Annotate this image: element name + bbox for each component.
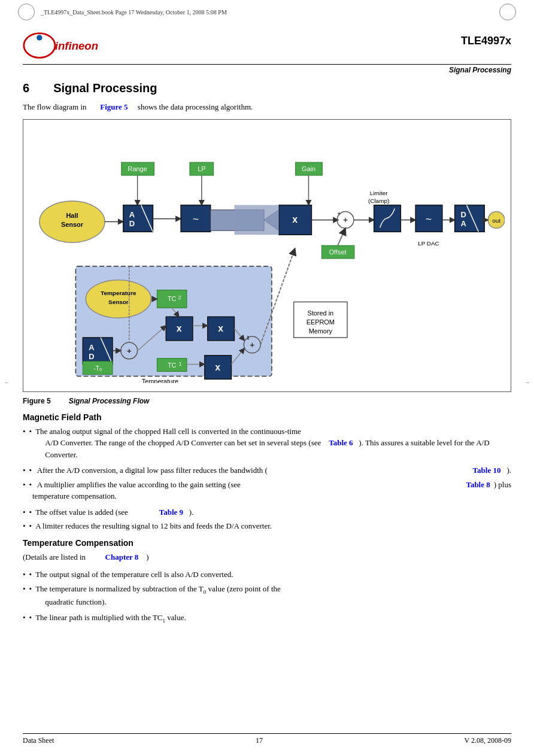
temp-comp-bullets: • The output signal of the temperature c… xyxy=(23,569,511,625)
chapter8-link[interactable]: Chapter 8 xyxy=(105,552,139,561)
svg-marker-92 xyxy=(234,205,278,235)
temp-comp-heading: Temperature Compensation xyxy=(23,538,511,548)
figure-caption: Figure 5 Signal Processing Flow xyxy=(23,397,511,405)
table10-link[interactable]: Table 10 xyxy=(473,464,501,476)
top-bar: _TLE4997x_Data_Sheet.book Page 17 Wednes… xyxy=(0,0,534,23)
signal-flow-diagram: Hall Sensor Range A D LP xyxy=(29,126,505,383)
svg-text:infineon: infineon xyxy=(55,40,98,52)
svg-text:1: 1 xyxy=(246,333,250,340)
bullet-3: • A multiplier amplifies the value accor… xyxy=(23,479,511,504)
svg-text:LP DAC: LP DAC xyxy=(418,240,439,247)
svg-text:x: x xyxy=(215,362,220,372)
svg-text:D: D xyxy=(129,219,135,228)
svg-text:TC: TC xyxy=(168,361,177,368)
svg-text:1: 1 xyxy=(179,360,182,366)
bullet-5: • A limiter reduces the resulting signal… xyxy=(23,520,511,532)
svg-text:x: x xyxy=(177,323,182,333)
page-header: infineon TLE4997x xyxy=(0,23,534,62)
tc-bullet-1: • The output signal of the temperature c… xyxy=(23,569,511,581)
svg-text:Offset: Offset xyxy=(329,248,347,256)
svg-text:Sensor: Sensor xyxy=(108,299,129,305)
svg-text:Gain: Gain xyxy=(302,165,315,172)
infineon-logo: infineon xyxy=(23,29,101,62)
section-title: 6 Signal Processing xyxy=(23,81,511,95)
svg-text:EEPROM: EEPROM xyxy=(307,318,335,326)
svg-text:Memory: Memory xyxy=(309,327,333,335)
table9-link[interactable]: Table 9 xyxy=(159,508,183,517)
top-bar-left: _TLE4997x_Data_Sheet.book Page 17 Wednes… xyxy=(18,4,227,20)
svg-line-33 xyxy=(338,228,345,245)
svg-text:(Clamp): (Clamp) xyxy=(368,197,389,204)
svg-text:~: ~ xyxy=(426,213,432,225)
diagram-container: Hall Sensor Range A D LP xyxy=(23,119,511,392)
svg-text:Hall: Hall xyxy=(66,212,78,219)
svg-text:+: + xyxy=(250,339,254,349)
svg-text:A: A xyxy=(461,219,466,228)
section-title-text: Signal Processing xyxy=(53,81,157,95)
footer-center: 17 xyxy=(256,736,263,745)
main-content: 6 Signal Processing The flow diagram in … xyxy=(0,78,534,625)
svg-text:+: + xyxy=(343,215,348,224)
svg-text:A: A xyxy=(89,342,94,351)
intro-paragraph: The flow diagram in Figure 5 shows the d… xyxy=(23,101,511,113)
svg-text:Limiter: Limiter xyxy=(370,189,388,196)
intro-text-before: The flow diagram in xyxy=(23,102,87,111)
svg-text:D: D xyxy=(89,351,94,360)
svg-text:out: out xyxy=(492,217,500,224)
svg-text:D: D xyxy=(461,210,466,219)
figure-label: Figure 5 xyxy=(23,397,51,405)
section-header-right: Signal Processing xyxy=(0,66,534,74)
figure-title: Signal Processing Flow xyxy=(69,397,150,405)
section-number: 6 xyxy=(23,81,29,95)
side-marker-right: – xyxy=(526,378,530,385)
bullet-prefix: • xyxy=(29,466,32,475)
bullet-marker: • xyxy=(29,426,32,438)
figure5-link[interactable]: Figure 5 xyxy=(100,102,128,111)
svg-text:A: A xyxy=(129,210,135,219)
logo-container: infineon xyxy=(23,29,101,62)
svg-rect-43 xyxy=(455,205,485,232)
svg-text:-T₀: -T₀ xyxy=(93,364,102,371)
top-circle-right xyxy=(499,4,516,20)
svg-text:~: ~ xyxy=(193,213,199,225)
bullet-2: • After the A/D conversion, a digital lo… xyxy=(23,464,511,476)
table8-link[interactable]: Table 8 xyxy=(466,479,490,491)
svg-text:+: + xyxy=(127,345,132,355)
svg-text:x: x xyxy=(218,323,223,333)
product-name: TLE4997x xyxy=(461,35,511,47)
bullet-4: • The offset value is added (see Table 9… xyxy=(23,506,511,518)
top-bar-filename: _TLE4997x_Data_Sheet.book Page 17 Wednes… xyxy=(41,9,227,16)
svg-text:+: + xyxy=(337,210,341,217)
header-divider xyxy=(23,64,511,65)
footer-right: V 2.08, 2008-09 xyxy=(465,736,511,745)
svg-point-1 xyxy=(37,35,42,40)
page-footer: Data Sheet 17 V 2.08, 2008-09 xyxy=(23,733,511,745)
magnetic-field-bullets: • The analog output signal of the choppe… xyxy=(23,426,511,532)
svg-text:Range: Range xyxy=(128,165,147,172)
intro-text-after: shows the data processing algorithm. xyxy=(138,102,253,111)
svg-text:2: 2 xyxy=(178,294,181,300)
table6-link[interactable]: Table 6 xyxy=(329,438,353,447)
magnetic-field-heading: Magnetic Field Path xyxy=(23,412,511,422)
svg-text:LP: LP xyxy=(198,165,205,172)
svg-text:x: x xyxy=(292,214,298,224)
svg-text:Temperature: Temperature xyxy=(101,290,136,296)
svg-rect-10 xyxy=(123,205,153,232)
svg-rect-61 xyxy=(83,337,113,364)
svg-text:Sensor: Sensor xyxy=(61,221,84,228)
bullet-1: • The analog output signal of the choppe… xyxy=(23,426,511,463)
side-marker-left: – xyxy=(5,378,8,385)
svg-text:TC: TC xyxy=(168,295,177,302)
svg-text:Stored in: Stored in xyxy=(307,309,333,317)
chapter8-ref: (Details are listed in Chapter 8 ) xyxy=(23,551,511,563)
tc-bullet-3: • The linear path is multiplied with the… xyxy=(23,612,511,625)
footer-left: Data Sheet xyxy=(23,736,54,745)
page: _TLE4997x_Data_Sheet.book Page 17 Wednes… xyxy=(0,0,534,756)
tc-bullet-2: • The temperature is normalized by subtr… xyxy=(23,583,511,610)
top-circle-left xyxy=(18,4,35,20)
svg-text:Temperature: Temperature xyxy=(142,378,178,383)
